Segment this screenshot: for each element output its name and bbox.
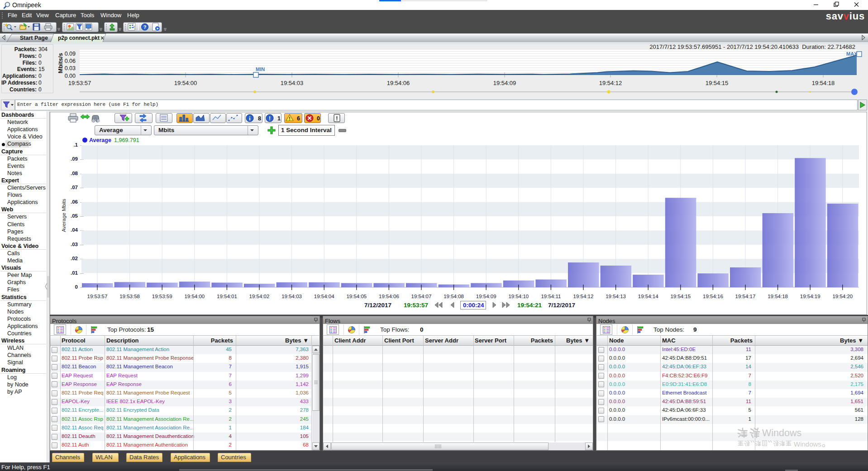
- svg-text:19:53:59: 19:53:59: [152, 294, 172, 299]
- svg-text:19:54:00: 19:54:00: [174, 80, 197, 86]
- svg-text:!: !: [269, 115, 271, 122]
- svg-text:19:54:15: 19:54:15: [670, 294, 691, 299]
- svg-text:19:54:06: 19:54:06: [387, 80, 410, 86]
- svg-text:19:54:08: 19:54:08: [444, 294, 464, 299]
- svg-text:19:54:15: 19:54:15: [706, 80, 729, 86]
- svg-text:19:54:10: 19:54:10: [508, 294, 529, 299]
- svg-text:19:54:05: 19:54:05: [346, 294, 367, 299]
- svg-text:19:54:03: 19:54:03: [281, 294, 302, 299]
- svg-text:Windows: Windows: [762, 428, 801, 438]
- svg-text:19:53:57: 19:53:57: [68, 80, 91, 86]
- svg-text:19:53:57: 19:53:57: [87, 294, 108, 299]
- svg-text:6: 6: [297, 115, 300, 122]
- svg-text:19:54:12: 19:54:12: [599, 80, 622, 86]
- svg-text:0: 0: [317, 115, 320, 122]
- svg-text:19:54:09: 19:54:09: [476, 294, 496, 299]
- svg-text:19:54:20: 19:54:20: [832, 294, 853, 299]
- svg-text:19:54:19: 19:54:19: [800, 294, 820, 299]
- svg-text:1: 1: [277, 115, 281, 122]
- svg-text:!: !: [289, 116, 290, 121]
- svg-text:19:54:04: 19:54:04: [314, 294, 334, 299]
- svg-text:19:54:13: 19:54:13: [606, 294, 626, 299]
- svg-text:19:54:01: 19:54:01: [217, 294, 237, 299]
- svg-text:19:54:18: 19:54:18: [812, 80, 835, 86]
- svg-text:19:53:58: 19:53:58: [119, 294, 140, 299]
- svg-text:Windows: Windows: [794, 440, 821, 448]
- svg-text:MIN: MIN: [256, 67, 265, 72]
- svg-text:19:54:07: 19:54:07: [411, 294, 432, 299]
- svg-text:19:54:09: 19:54:09: [493, 80, 516, 86]
- svg-text:19:54:16: 19:54:16: [703, 294, 723, 299]
- svg-text:19:54:12: 19:54:12: [573, 294, 594, 299]
- svg-text:19:54:17: 19:54:17: [735, 294, 756, 299]
- svg-text:19:54:18: 19:54:18: [768, 294, 788, 299]
- svg-text:19:54:02: 19:54:02: [249, 294, 270, 299]
- svg-text:!: !: [336, 115, 338, 122]
- svg-text:19:54:06: 19:54:06: [379, 294, 399, 299]
- svg-text:?: ?: [143, 24, 147, 30]
- svg-text:19:54:14: 19:54:14: [638, 294, 658, 299]
- svg-text:19:54:03: 19:54:03: [281, 80, 304, 86]
- svg-text:8: 8: [258, 115, 261, 122]
- svg-text:19:54:00: 19:54:00: [184, 294, 205, 299]
- svg-text:19:54:11: 19:54:11: [541, 294, 561, 299]
- svg-text:MAX: MAX: [846, 51, 858, 57]
